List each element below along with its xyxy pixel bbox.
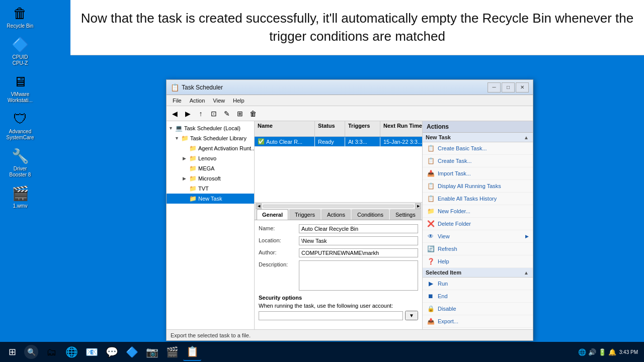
- task-triggers: At 3:3...: [345, 137, 380, 146]
- desktop-icon-driver[interactable]: 🔧 DriverBooster 8: [2, 147, 38, 178]
- maximize-button[interactable]: □: [502, 82, 515, 93]
- user-account-input[interactable]: [259, 311, 403, 320]
- taskbar-app-media[interactable]: 🎬: [163, 343, 181, 361]
- tab-actions[interactable]: Actions: [321, 209, 351, 220]
- tree-item-newtask[interactable]: 📁 New Task: [167, 194, 254, 204]
- form-label-description: Description:: [259, 260, 299, 267]
- action-display-running[interactable]: 📋 Display All Running Tasks: [423, 180, 533, 193]
- action-run[interactable]: ▶ Run: [423, 278, 533, 290]
- tree-label-library: Task Scheduler Library: [190, 135, 247, 141]
- taskbar-app-fileexplorer[interactable]: 🗂: [42, 343, 60, 361]
- toolbar-back-button[interactable]: ◀: [169, 108, 181, 120]
- export-icon: 📤: [427, 317, 435, 325]
- title-bar-controls: ─ □ ✕: [488, 82, 529, 93]
- taskbar-app-mail[interactable]: 📧: [83, 343, 101, 361]
- import-task-icon: 📥: [427, 169, 435, 177]
- taskbar-app-chat[interactable]: 💬: [103, 343, 121, 361]
- tree-item-mega[interactable]: 📁 MEGA: [167, 163, 254, 173]
- action-disable[interactable]: 🔒 Disable: [423, 303, 533, 315]
- start-button[interactable]: ⊞: [2, 344, 22, 360]
- taskbar-app-store[interactable]: 🔷: [123, 343, 141, 361]
- action-help[interactable]: ❓ Help: [423, 255, 533, 268]
- taskbar-app-taskscheduler[interactable]: 📋: [183, 343, 201, 361]
- toolbar-up-button[interactable]: ↑: [195, 108, 207, 120]
- toolbar-new-button[interactable]: ⊞: [234, 108, 246, 120]
- author-input[interactable]: [299, 248, 418, 257]
- collapse-selected-icon: ▲: [524, 270, 529, 276]
- action-create-basic-task[interactable]: 📋 Create Basic Task...: [423, 142, 533, 155]
- action-delete-folder-label: Delete Folder: [438, 221, 471, 227]
- tree-label-newtask: New Task: [198, 196, 222, 202]
- tree-item-library[interactable]: ▼ 📁 Task Scheduler Library: [167, 133, 254, 143]
- action-end[interactable]: ⏹ End: [423, 290, 533, 303]
- menu-help[interactable]: Help: [229, 97, 249, 105]
- tab-bar: General Triggers Actions Conditions Sett…: [255, 209, 422, 220]
- taskbar-app-photos[interactable]: 📷: [143, 343, 161, 361]
- menu-file[interactable]: File: [169, 97, 186, 105]
- desktop-icon-advanced[interactable]: 🛡 AdvancedSystemCare: [2, 110, 38, 141]
- hscroll-right[interactable]: ▶: [415, 203, 421, 209]
- delete-folder-icon: ❌: [427, 220, 435, 228]
- driver-booster-label: DriverBooster 8: [10, 166, 31, 178]
- description-textarea[interactable]: [299, 260, 418, 291]
- search-button[interactable]: 🔍: [24, 345, 38, 359]
- action-create-task[interactable]: 📋 Create Task...: [423, 155, 533, 167]
- location-input[interactable]: [299, 236, 418, 245]
- close-button[interactable]: ✕: [516, 82, 529, 93]
- time-display: 3:43 PM: [619, 349, 638, 355]
- hscroll-left[interactable]: ◀: [256, 203, 262, 209]
- toolbar-delete-button[interactable]: 🗑: [247, 108, 259, 120]
- overlay-text-banner: Now that the task is created successfull…: [70, 0, 644, 55]
- tab-settings[interactable]: Settings: [390, 209, 421, 220]
- table-row[interactable]: ✅ Auto Clear R... Ready At 3:3... 15-Jan…: [255, 137, 422, 147]
- new-task-group-header[interactable]: New Task ▲: [423, 133, 533, 142]
- toolbar-refresh-button[interactable]: ⊡: [208, 108, 220, 120]
- toolbar-forward-button[interactable]: ▶: [182, 108, 194, 120]
- action-refresh[interactable]: 🔄 Refresh: [423, 243, 533, 255]
- tree-item-lenovo[interactable]: ▶ 📁 Lenovo: [167, 153, 254, 163]
- menu-view[interactable]: View: [209, 97, 229, 105]
- recycle-bin-label: Recycle Bin: [7, 23, 34, 29]
- action-delete-folder[interactable]: ❌ Delete Folder: [423, 218, 533, 230]
- desktop: 🗑 Recycle Bin 🔷 CPUIDCPU-Z 🖥 VMwareWorks…: [0, 0, 644, 362]
- tree-item-tvt[interactable]: 📁 TVT: [167, 184, 254, 194]
- tree-arrow-local: ▼: [169, 126, 175, 131]
- tree-item-local[interactable]: ▼ 💻 Task Scheduler (Local): [167, 123, 254, 133]
- tree-icon-tvt: 📁: [189, 185, 197, 193]
- desktop-icon-vmware[interactable]: 🖥 VMwareWorkstati...: [2, 72, 38, 104]
- tree-label-tvt: TVT: [198, 186, 209, 192]
- action-import-task[interactable]: 📥 Import Task...: [423, 167, 533, 180]
- tab-conditions[interactable]: Conditions: [352, 209, 389, 220]
- name-input[interactable]: [299, 224, 418, 233]
- task-list-body: ✅ Auto Clear R... Ready At 3:3... 15-Jan…: [255, 137, 422, 202]
- tab-content-general: Name: Location: Author:: [255, 220, 422, 329]
- action-enable-history[interactable]: 📋 Enable All Tasks History: [423, 193, 533, 205]
- desktop-icon-recycle[interactable]: 🗑 Recycle Bin: [2, 4, 38, 29]
- form-label-location: Location:: [259, 236, 299, 243]
- action-view[interactable]: 👁 View ▶: [423, 230, 533, 243]
- action-new-folder[interactable]: 📁 New Folder...: [423, 205, 533, 218]
- notification-icon: 🔔: [608, 348, 616, 356]
- form-row-name: Name:: [259, 224, 418, 233]
- advanced-systemcare-icon: 🛡: [11, 110, 29, 128]
- change-user-button[interactable]: ▼: [405, 311, 418, 320]
- menu-action[interactable]: Action: [186, 97, 209, 105]
- form-label-author: Author:: [259, 248, 299, 255]
- taskbar-app-browser[interactable]: 🌐: [62, 343, 80, 361]
- tab-general[interactable]: General: [257, 209, 288, 220]
- minimize-button[interactable]: ─: [488, 82, 501, 93]
- col-header-status: Status: [315, 121, 345, 136]
- view-icon: 👁: [427, 232, 435, 240]
- tab-triggers[interactable]: Triggers: [289, 209, 320, 220]
- desktop-icon-video[interactable]: 🎬 1.wmv: [2, 184, 38, 209]
- tree-item-agent[interactable]: 📁 Agent Activation Runt...: [167, 143, 254, 153]
- selected-item-group-header[interactable]: Selected Item ▲: [423, 268, 533, 278]
- desktop-icon-cpuid[interactable]: 🔷 CPUIDCPU-Z: [2, 35, 38, 66]
- tree-item-microsoft[interactable]: ▶ 📁 Microsoft: [167, 173, 254, 184]
- form-row-author: Author:: [259, 248, 418, 257]
- action-export[interactable]: 📤 Export...: [423, 315, 533, 328]
- title-bar: 📋 Task Scheduler ─ □ ✕: [167, 80, 533, 95]
- new-folder-icon: 📁: [427, 207, 435, 215]
- toolbar-edit-button[interactable]: ✎: [221, 108, 233, 120]
- action-new-folder-label: New Folder...: [438, 208, 470, 214]
